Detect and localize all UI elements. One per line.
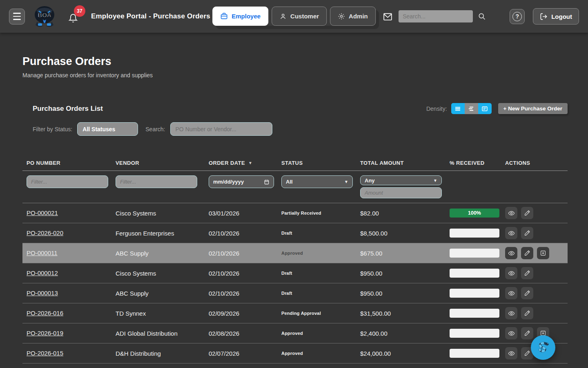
view-button[interactable]	[505, 247, 517, 259]
table-row[interactable]: PO-2026-016TD Synnex02/09/2026Pending Ap…	[22, 303, 568, 323]
edit-button[interactable]	[521, 247, 533, 259]
svg-text:BOA: BOA	[38, 11, 51, 18]
po-number-link[interactable]: PO-2026-015	[27, 350, 63, 357]
page-subtitle: Manage purchase orders for inventory and…	[22, 72, 588, 79]
po-number-link[interactable]: PO-2026-020	[27, 229, 63, 236]
logout-label: Logout	[551, 13, 572, 20]
po-number-link[interactable]: PO-000021	[27, 209, 58, 216]
view-button[interactable]	[505, 347, 517, 359]
briefcase-icon	[220, 12, 228, 20]
vendor-cell: TD Synnex	[116, 310, 209, 317]
table-row[interactable]: PO-2026-019ADI Global Distribution02/08/…	[22, 323, 568, 343]
table-filter-row: mm/dd/yyyy All ▼ Any ▼	[22, 171, 568, 203]
view-button[interactable]	[505, 327, 517, 339]
row-actions	[505, 267, 568, 279]
header-search-input[interactable]	[399, 10, 473, 22]
order-date-cell: 02/10/2026	[209, 290, 281, 297]
column-header-received[interactable]: % RECEIVED	[450, 160, 505, 166]
vendor-filter-input[interactable]	[116, 175, 197, 188]
column-header-vendor[interactable]: VENDOR	[116, 160, 209, 166]
total-amount-cell: $950.00	[360, 270, 450, 277]
hamburger-menu-button[interactable]	[9, 9, 25, 25]
po-number-filter-input[interactable]	[27, 175, 108, 188]
edit-button[interactable]	[521, 207, 533, 219]
notifications-bell[interactable]: 37	[68, 9, 80, 23]
table-row[interactable]: PO-2026-015D&H Distributing02/07/2026App…	[22, 343, 568, 364]
app-title: Employee Portal - Purchase Orders	[91, 12, 210, 20]
density-compact-button[interactable]	[451, 103, 465, 114]
list-filter-bar: Filter by Status: All Statuses Search:	[33, 122, 588, 136]
chevron-down-icon: ▼	[433, 178, 437, 183]
date-filter-value: mm/dd/yyyy	[213, 179, 244, 185]
view-button[interactable]	[505, 307, 517, 319]
status-filter-select[interactable]: All Statuses	[77, 122, 138, 136]
boa-assistant-fab[interactable]	[531, 335, 555, 360]
list-header: Purchase Orders List Density: + New Purc…	[33, 103, 568, 114]
vendor-cell: Ferguson Enterprises	[116, 230, 209, 237]
received-progress-bar	[450, 249, 499, 258]
tab-label: Employee	[232, 13, 261, 20]
table-row[interactable]: PO-000013ABC Supply02/10/2026Draft$950.0…	[22, 283, 568, 303]
view-button[interactable]	[505, 287, 517, 299]
po-number-link[interactable]: PO-000012	[27, 269, 58, 276]
vendor-cell: D&H Distributing	[116, 350, 209, 357]
tab-employee[interactable]: Employee	[212, 7, 268, 26]
header: BOA 37 Employee Portal - Purchase Orders	[0, 0, 588, 33]
column-header-total-amount[interactable]: TOTAL AMOUNT	[360, 160, 450, 166]
po-number-link[interactable]: PO-2026-016	[27, 310, 63, 316]
purchase-orders-table: PO NUMBER VENDOR ORDER DATE ▼ STATUS TOT…	[22, 155, 568, 364]
view-button[interactable]	[505, 267, 517, 279]
edit-button[interactable]	[521, 327, 533, 339]
density-card-button[interactable]	[478, 103, 492, 114]
po-number-link[interactable]: PO-2026-019	[27, 330, 63, 337]
edit-button[interactable]	[521, 287, 533, 299]
table-row[interactable]: PO-000021Cisco Systems03/01/2026Partiall…	[22, 203, 568, 223]
sort-desc-icon: ▼	[248, 161, 252, 165]
column-header-order-date[interactable]: ORDER DATE ▼	[209, 160, 281, 166]
row-actions	[505, 227, 568, 239]
calendar-icon[interactable]	[264, 179, 270, 185]
total-amount-cell: $950.00	[360, 290, 450, 297]
new-purchase-order-button[interactable]: + New Purchase Order	[498, 103, 568, 114]
total-amount-cell: $8,500.00	[360, 230, 450, 237]
help-button[interactable]: ?	[510, 9, 525, 24]
row-actions	[505, 287, 568, 299]
table-row[interactable]: PO-000012Cisco Systems02/10/2026Draft$95…	[22, 263, 568, 283]
total-amount-cell: $24,000.00	[360, 350, 450, 357]
vendor-cell: ABC Supply	[116, 250, 209, 257]
edit-button[interactable]	[521, 307, 533, 319]
po-vendor-search-input[interactable]	[170, 122, 272, 136]
view-button[interactable]	[505, 227, 517, 239]
amount-operator-select[interactable]: Any ▼	[360, 175, 442, 185]
density-comfortable-button[interactable]	[465, 103, 478, 114]
order-date-cell: 02/10/2026	[209, 230, 281, 237]
vendor-cell: Cisco Systems	[116, 270, 209, 277]
tab-admin[interactable]: Admin	[330, 7, 376, 26]
column-header-status[interactable]: STATUS	[281, 160, 360, 166]
search-icon[interactable]	[478, 12, 486, 20]
status-filter-value: All Statuses	[82, 126, 115, 132]
order-date-filter-input[interactable]: mm/dd/yyyy	[209, 175, 274, 188]
mail-icon[interactable]	[383, 11, 393, 22]
total-amount-cell: $31,500.00	[360, 310, 450, 317]
total-amount-cell: $82.00	[360, 210, 450, 217]
edit-button[interactable]	[521, 267, 533, 279]
edit-button[interactable]	[521, 227, 533, 239]
logout-button[interactable]: Logout	[533, 8, 579, 25]
received-progress-bar	[450, 229, 499, 238]
table-row[interactable]: PO-000011ABC Supply02/10/2026Approved$67…	[22, 243, 568, 263]
amount-filter-input[interactable]	[360, 187, 442, 198]
receive-button[interactable]	[537, 247, 549, 259]
tab-label: Customer	[290, 13, 319, 20]
tab-label: Admin	[349, 13, 368, 20]
filter-status-label: Filter by Status:	[33, 126, 72, 132]
tab-customer[interactable]: Customer	[272, 7, 327, 26]
po-number-link[interactable]: PO-000013	[27, 289, 58, 296]
row-actions	[505, 307, 568, 319]
order-date-cell: 03/01/2026	[209, 210, 281, 217]
po-number-link[interactable]: PO-000011	[27, 249, 58, 256]
table-row[interactable]: PO-2026-020Ferguson Enterprises02/10/202…	[22, 223, 568, 243]
view-button[interactable]	[505, 207, 517, 219]
status-column-filter-select[interactable]: All ▼	[281, 175, 353, 188]
column-header-po[interactable]: PO NUMBER	[27, 160, 116, 166]
